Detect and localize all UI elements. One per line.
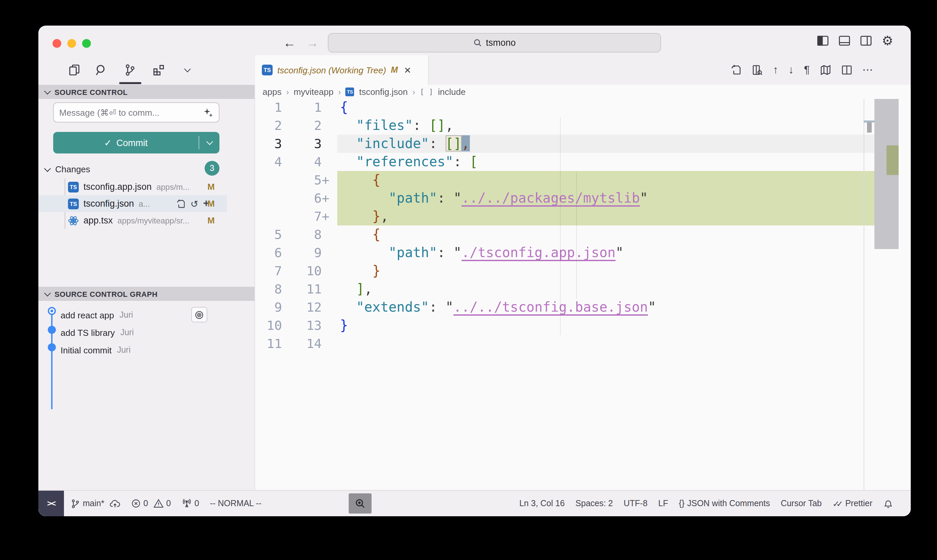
cursor-tab-item[interactable]: Cursor Tab [781,499,822,508]
code-line[interactable]: 5+ { [255,171,911,189]
tab-tsconfig-working-tree[interactable]: TS tsconfig.json (Working Tree) M ✕ [255,55,429,85]
chevron-down-icon [44,165,51,172]
commit-message-placeholder: Message (⌘⏎ to comm... [59,107,203,117]
indentation-item[interactable]: Spaces: 2 [575,499,613,508]
diff-editor: apps › myviteapp › TS tsconfig.json › [ … [255,85,911,491]
tab-close-icon[interactable]: ✕ [404,65,411,75]
commit-author: Juri [120,328,134,337]
language-mode-item[interactable]: {} JSON with Comments [679,499,770,508]
command-center-search[interactable]: tsmono [328,33,661,52]
toggle-whitespace-icon[interactable]: ¶ [804,65,810,75]
error-count: 0 [143,499,148,508]
source-control-header[interactable]: SOURCE CONTROL [38,85,254,99]
remote-indicator[interactable]: >< [38,491,64,516]
open-file-icon[interactable] [176,199,186,208]
notifications-bell-icon[interactable] [883,498,893,509]
original-line-number: 6 [255,244,282,262]
change-row-app-tsx[interactable]: app.tsx apps/myviteapp/sr... M [38,212,227,229]
code-line[interactable]: 69 "path": "./tsconfig.app.json" [255,244,911,262]
encoding-item[interactable]: UTF-8 [624,499,648,508]
code-line[interactable]: 811 ], [255,280,911,298]
commit-button[interactable]: ✓ Commit [53,132,220,154]
breadcrumb-item-tsconfig-json[interactable]: tsconfig.json [359,87,408,97]
change-row-tsconfig-app-json[interactable]: TS tsconfig.app.json apps/m... M [38,178,227,195]
zoom-indicator [349,493,372,514]
open-changes-icon[interactable] [731,65,742,75]
breadcrumb-item-myviteapp[interactable]: myviteapp [294,87,334,97]
change-row-tsconfig-json[interactable]: TS tsconfig.json a... ↺ + M [38,195,227,212]
breadcrumb-item-apps[interactable]: apps [263,87,282,97]
discard-changes-icon[interactable]: ↺ [191,198,198,209]
navigate-back-button[interactable]: ← [282,34,297,52]
code-line[interactable]: 22 "files": [], [255,117,911,135]
toggle-panel-icon[interactable] [839,35,850,45]
code-line[interactable]: 912 "extends": "../../tsconfig.base.json… [255,298,911,316]
warning-count: 0 [166,499,171,508]
maximize-window-button[interactable] [82,39,91,48]
problems-status-item[interactable]: 0 0 [131,499,171,508]
vertical-ruler [864,99,864,491]
original-line-number: 5 [255,226,282,244]
original-line-number [255,207,282,226]
original-line-number [255,189,282,207]
ts-file-icon: TS [68,198,79,209]
minimize-window-button[interactable] [67,39,76,48]
modified-line-number: 10 [286,262,322,280]
collapse-chevron-icon [44,290,51,297]
commit-row[interactable]: add TS library Juri [38,324,227,341]
commit-message-input[interactable]: Message (⌘⏎ to comm... [53,102,220,123]
search-view-icon[interactable] [92,61,110,79]
original-line-number: 1 [255,98,282,117]
navigate-forward-button[interactable]: → [305,34,320,52]
next-change-icon[interactable]: ↓ [789,65,794,75]
original-line-number [255,171,282,189]
more-actions-icon[interactable]: ⋯ [862,65,873,75]
toggle-secondary-sidebar-icon[interactable] [860,35,872,45]
branch-status-item[interactable]: main* [71,498,120,509]
commit-row[interactable]: Initial commit Juri [38,341,227,359]
source-control-header-label: SOURCE CONTROL [54,88,128,96]
formatter-item[interactable]: ✓✓ Prettier [833,498,873,509]
modified-line-number: 9 [286,244,322,262]
line-background [337,280,874,298]
code-line[interactable]: 7+ }, [255,207,911,226]
code-line[interactable]: 710 } [255,262,911,280]
changes-section-header[interactable]: Changes [38,161,227,177]
commit-dropdown-button[interactable] [199,142,220,144]
split-editor-icon[interactable] [842,65,852,75]
code-line[interactable]: 44 "references": [ [255,153,911,171]
code-line[interactable]: 33 "include": [], [255,135,911,153]
code-line[interactable]: 1114 [255,334,911,353]
vim-mode-indicator[interactable]: -- NORMAL -- [210,499,262,508]
toggle-primary-sidebar-icon[interactable] [817,35,829,45]
check-icon: ✓ [104,137,112,148]
code-line[interactable]: 1013} [255,316,911,334]
previous-change-icon[interactable]: ↑ [773,65,779,75]
eol-item[interactable]: LF [659,499,668,508]
copilot-sparkle-icon[interactable] [203,107,213,117]
code-line[interactable]: 58 { [255,226,911,244]
source-control-view-icon[interactable] [121,61,138,79]
code-line[interactable]: 6+ "path": "../../packages/mytslib" [255,189,911,207]
file-name: tsconfig.json [83,198,134,209]
code-text: }, [340,207,389,226]
goto-current-commit-button[interactable] [191,307,207,322]
code-line[interactable]: 11{ [255,98,911,117]
more-views-chevron-icon[interactable] [178,61,196,79]
line-background [337,98,874,117]
settings-gear-icon[interactable]: ⚙ [882,33,893,48]
cursor-position-item[interactable]: Ln 3, Col 16 [519,499,565,508]
commit-message: Initial commit [61,345,112,355]
activity-and-tab-row: TS tsconfig.json (Working Tree) M ✕ ↑ ↓ … [38,55,911,85]
source-control-graph-header[interactable]: SOURCE CONTROL GRAPH [38,287,254,301]
map-icon[interactable] [820,65,831,75]
breadcrumb-item-include[interactable]: include [438,87,465,97]
close-window-button[interactable] [52,39,61,48]
code-area[interactable]: 11{22 "files": [],33 "include": [],44 "r… [255,98,911,491]
inline-view-icon[interactable] [752,65,763,75]
ports-status-item[interactable]: 0 [182,499,199,508]
extensions-view-icon[interactable] [150,61,168,79]
original-line-number: 9 [255,298,282,316]
breadcrumb-separator: › [412,87,415,97]
explorer-icon[interactable] [66,61,83,79]
